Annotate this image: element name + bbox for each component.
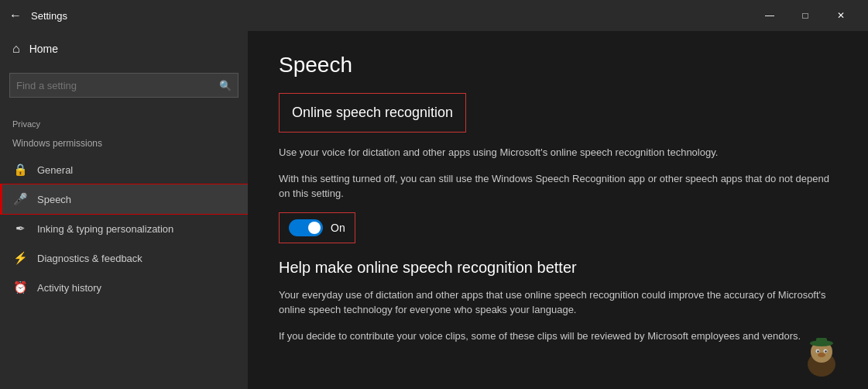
sidebar-item-diagnostics[interactable]: ⚡ Diagnostics & feedback xyxy=(0,243,248,273)
search-icon: 🔍 xyxy=(219,80,232,91)
search-box[interactable]: 🔍 xyxy=(9,73,238,98)
back-button[interactable]: ← xyxy=(9,9,22,22)
section1-heading: Online speech recognition xyxy=(292,105,453,121)
sidebar-item-speech[interactable]: 🎤 Speech xyxy=(0,184,248,214)
section2-heading: Help make online speech recognition bett… xyxy=(279,259,837,277)
title-bar: ← Settings — □ ✕ xyxy=(0,0,868,31)
general-icon: 🔒 xyxy=(12,163,28,177)
search-input[interactable] xyxy=(16,80,219,91)
diagnostics-icon: ⚡ xyxy=(12,251,28,265)
sidebar-item-label-speech: Speech xyxy=(37,194,71,205)
sidebar-item-label-activity: Activity history xyxy=(37,282,101,294)
toggle-label: On xyxy=(331,222,345,234)
sidebar-item-label-diagnostics: Diagnostics & feedback xyxy=(37,253,142,264)
privacy-section-label: Privacy xyxy=(0,110,248,135)
mascot-image xyxy=(798,335,845,381)
main-container: ⌂ Home 🔍 Privacy Windows permissions 🔒 G… xyxy=(0,31,868,389)
sidebar-item-label-general: General xyxy=(37,164,73,176)
minimize-button[interactable]: — xyxy=(752,0,787,31)
section1-desc2: With this setting turned off, you can st… xyxy=(279,171,837,201)
toggle-knob xyxy=(308,222,321,234)
page-title: Speech xyxy=(279,53,837,77)
speech-icon: 🎤 xyxy=(12,192,28,206)
close-button[interactable]: ✕ xyxy=(823,0,859,31)
section2-desc1: Your everyday use of dictation and other… xyxy=(279,287,837,318)
sidebar-item-activity[interactable]: ⏰ Activity history xyxy=(0,273,248,302)
sidebar: ⌂ Home 🔍 Privacy Windows permissions 🔒 G… xyxy=(0,31,248,389)
activity-icon: ⏰ xyxy=(12,281,28,294)
section1-box: Online speech recognition xyxy=(279,93,466,133)
home-label: Home xyxy=(29,43,58,55)
window-controls: — □ ✕ xyxy=(752,0,859,31)
svg-point-6 xyxy=(817,350,818,352)
app-title: Settings xyxy=(31,10,752,22)
windows-permissions-label: Windows permissions xyxy=(0,135,248,155)
sidebar-item-label-inking: Inking & typing personalization xyxy=(37,223,173,235)
svg-point-8 xyxy=(818,353,825,357)
section1-desc1: Use your voice for dictation and other a… xyxy=(279,145,837,160)
sidebar-item-general[interactable]: 🔒 General xyxy=(0,155,248,184)
section2-desc2: If you decide to contribute your voice c… xyxy=(279,329,837,344)
speech-toggle[interactable] xyxy=(289,219,323,236)
content-area: Speech Online speech recognition Use you… xyxy=(248,31,868,389)
svg-rect-3 xyxy=(816,338,827,346)
toggle-row: On xyxy=(279,212,355,243)
sidebar-item-home[interactable]: ⌂ Home xyxy=(0,31,248,67)
maximize-button[interactable]: □ xyxy=(787,0,823,31)
svg-point-7 xyxy=(825,350,826,352)
home-icon: ⌂ xyxy=(12,42,20,56)
sidebar-item-inking[interactable]: ✒ Inking & typing personalization xyxy=(0,214,248,243)
inking-icon: ✒ xyxy=(12,222,28,236)
